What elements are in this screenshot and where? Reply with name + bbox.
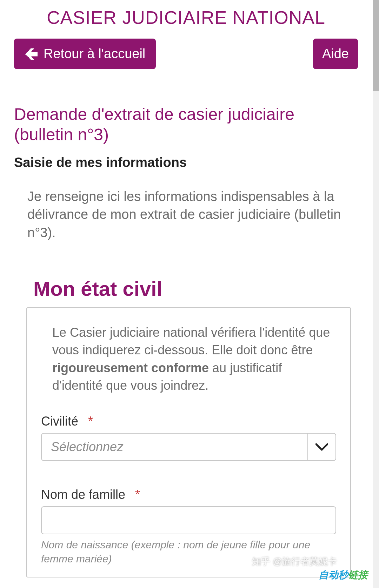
home-button-label: Retour à l'accueil — [44, 46, 145, 61]
identity-notice-bold: rigoureusement conforme — [52, 361, 209, 375]
home-button[interactable]: 🡸 Retour à l'accueil — [14, 39, 156, 69]
nom-label-text: Nom de famille — [41, 487, 125, 502]
identity-notice: Le Casier judiciaire national vérifiera … — [41, 324, 336, 395]
nom-label: Nom de famille * — [41, 487, 336, 502]
top-button-row: 🡸 Retour à l'accueil Aide — [14, 39, 358, 69]
watermark-badge-part2: 链接 — [348, 569, 368, 580]
intro-text: Je renseigne ici les informations indisp… — [14, 188, 358, 242]
scrollbar-thumb[interactable] — [373, 0, 379, 91]
page-subheading: Saisie de mes informations — [14, 155, 358, 170]
site-header-title: CASIER JUDICIAIRE NATIONAL — [14, 0, 358, 39]
watermark-badge: 自动秒链接 — [319, 568, 368, 582]
form-box-etat-civil: Le Casier judiciaire national vérifiera … — [26, 307, 351, 577]
scrollbar-track[interactable] — [373, 0, 379, 588]
watermark-badge-part1: 自动秒 — [319, 569, 348, 580]
civilite-select[interactable]: Sélectionnez — [41, 433, 336, 461]
watermark-zhihu: 知乎 @旅行者莫妮卡 — [252, 555, 337, 568]
help-button[interactable]: Aide — [313, 39, 358, 69]
identity-notice-pre: Le Casier judiciaire national vérifiera … — [52, 325, 330, 357]
section-title-etat-civil: Mon état civil — [14, 277, 358, 300]
required-asterisk: * — [135, 487, 140, 502]
help-button-label: Aide — [322, 46, 349, 61]
nom-input[interactable] — [41, 506, 336, 534]
page-title: Demande d'extrait de casier judiciaire (… — [14, 104, 358, 145]
civilite-label: Civilité * — [41, 414, 336, 429]
arrow-left-icon: 🡸 — [25, 47, 39, 61]
civilite-select-placeholder: Sélectionnez — [42, 434, 307, 460]
civilite-label-text: Civilité — [41, 414, 78, 428]
required-asterisk: * — [88, 414, 93, 428]
chevron-down-icon — [307, 434, 335, 460]
